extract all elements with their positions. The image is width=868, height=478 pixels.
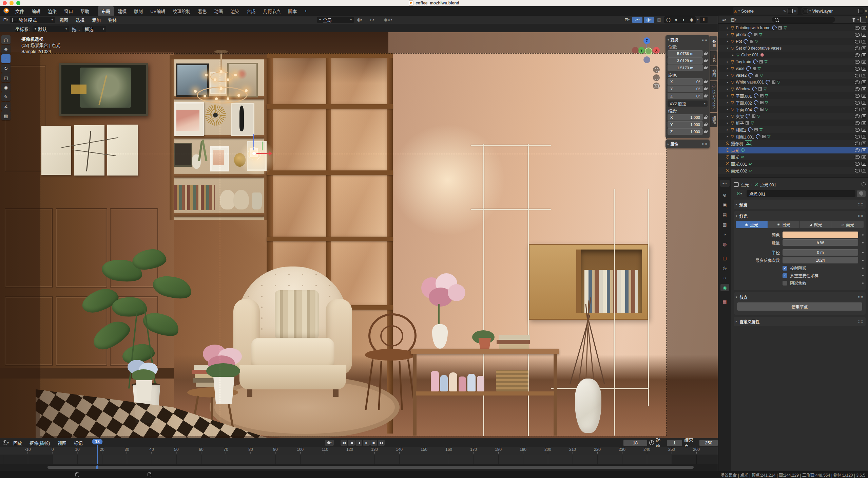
hide-in-viewport-toggle[interactable]: [855, 148, 860, 152]
gizmo-neg-x-handle[interactable]: [632, 47, 639, 54]
lock-icon[interactable]: [704, 80, 708, 83]
n-panel-tab[interactable]: 工具: [710, 51, 717, 66]
disable-in-render-toggle[interactable]: [862, 80, 866, 84]
viewport-menu-item[interactable]: 选择: [72, 17, 88, 23]
coord-system-selector[interactable]: ⌖ 默认▾: [33, 26, 69, 32]
tool-button-select-box[interactable]: ▢: [1, 35, 11, 44]
outliner-row-Toy train[interactable]: ▸ Toy train: [718, 58, 868, 65]
expand-arrow[interactable]: ▸: [726, 135, 729, 138]
view-layer-selector[interactable]: ▾ ViewLayer ✕: [802, 7, 868, 15]
outliner-row-Set of 3 decorative vases[interactable]: ▾ Set of 3 decorative vases: [718, 45, 868, 52]
fake-user-toggle[interactable]: [857, 190, 866, 197]
shading-mode-button-solid[interactable]: ●: [672, 17, 680, 23]
shading-mode-button-rendered[interactable]: ◉: [688, 17, 695, 23]
nodes-panel-header[interactable]: ▾节点∷∷: [736, 294, 864, 300]
lock-icon[interactable]: [704, 87, 708, 90]
tool-button-measure[interactable]: ∡: [1, 102, 11, 111]
expand-arrow[interactable]: ▸: [726, 128, 729, 131]
pause-render-button[interactable]: ‖: [700, 17, 708, 23]
expand-arrow[interactable]: ▸: [731, 53, 735, 57]
rotation-field[interactable]: Z0°: [668, 93, 703, 99]
disable-in-render-toggle[interactable]: [862, 40, 866, 43]
editor-type-selector[interactable]: ⊡▾: [2, 17, 9, 23]
expand-arrow[interactable]: ▾: [726, 47, 729, 50]
light-type-button[interactable]: ☀日光: [768, 221, 800, 228]
hide-in-viewport-toggle[interactable]: [855, 33, 860, 37]
disable-in-render-toggle[interactable]: [862, 60, 866, 64]
n-panel-tab[interactable]: 条目: [710, 36, 717, 51]
workspace-tab[interactable]: 脚本: [284, 6, 301, 16]
outliner-row-面光.001[interactable]: 面光.001: [718, 160, 868, 167]
location-field[interactable]: 5.0736 m: [668, 50, 703, 57]
checkbox[interactable]: ✓: [783, 266, 787, 271]
rotation-field[interactable]: X0°: [668, 78, 703, 85]
outliner-row-Window[interactable]: ▸ Window: [718, 86, 868, 92]
properties-tab-output[interactable]: ▤: [720, 211, 729, 218]
gizmo-y-axis[interactable]: [262, 142, 263, 150]
outliner-row-photo[interactable]: ▸ photo: [718, 31, 868, 38]
outliner-row-支架[interactable]: ▸ 支架: [718, 113, 868, 120]
pin-icon[interactable]: ✎: [783, 9, 786, 13]
new-scene-button[interactable]: [788, 9, 793, 13]
chandelier[interactable]: [194, 50, 248, 111]
disable-in-render-toggle[interactable]: [862, 155, 866, 159]
armchair[interactable]: [233, 266, 352, 399]
point-light-object[interactable]: [237, 134, 285, 178]
scale-field[interactable]: Y1.000: [668, 121, 703, 128]
properties-tab-view-layer[interactable]: ▥: [720, 221, 729, 228]
max-bounces-field[interactable]: 1024: [783, 257, 858, 263]
timeline-menu-item[interactable]: 标记: [70, 440, 86, 446]
playback-button-prev-keyframe[interactable]: ◀▮: [348, 440, 355, 446]
workspace-tab[interactable]: 渲染: [227, 6, 243, 16]
location-field[interactable]: 3.0129 m: [668, 57, 703, 64]
outliner-row-相框1[interactable]: ▸ 相框1: [718, 126, 868, 133]
hide-in-viewport-toggle[interactable]: [855, 94, 860, 98]
new-view-layer-button[interactable]: [858, 9, 863, 13]
properties-tab-scene[interactable]: ◔: [720, 231, 729, 238]
properties-tab-tool[interactable]: ⊛: [720, 191, 729, 199]
workspace-tab[interactable]: 布局: [98, 6, 114, 16]
hide-in-viewport-toggle[interactable]: [855, 169, 860, 172]
new-collection-button[interactable]: [860, 17, 866, 22]
hide-in-viewport-toggle[interactable]: [855, 47, 860, 50]
topbar-menu-item[interactable]: 窗口: [60, 6, 77, 16]
hide-in-viewport-toggle[interactable]: [855, 67, 860, 71]
playhead-line[interactable]: [97, 445, 98, 464]
timeline-menu-item[interactable]: 回放: [9, 440, 26, 446]
light-type-button[interactable]: ◢聚光: [800, 221, 832, 228]
shading-mode-button-wireframe[interactable]: ◯: [664, 17, 672, 23]
zoom-button[interactable]: [653, 66, 660, 73]
outliner-editor-type[interactable]: ≡▾: [720, 17, 728, 23]
transform-panel-header[interactable]: ▾ 变换 ∷∷: [668, 37, 708, 43]
unlink-scene-icon[interactable]: ✕: [794, 9, 797, 13]
outliner-search-input[interactable]: [772, 17, 835, 23]
disable-in-render-toggle[interactable]: [862, 74, 866, 77]
playback-button-play-reverse[interactable]: ◀: [355, 440, 362, 446]
properties-tab-constraints[interactable]: ◎: [720, 264, 729, 272]
playback-button-jump-start[interactable]: ▮◀: [341, 440, 347, 446]
topbar-menu-item[interactable]: 文件: [12, 6, 28, 16]
pin-id-icon[interactable]: [861, 182, 867, 187]
disable-in-render-toggle[interactable]: [862, 108, 866, 111]
item-properties-panel[interactable]: ▸ 属性 ∷∷: [666, 140, 710, 148]
location-field[interactable]: 1.5173 m: [668, 65, 703, 71]
disable-in-render-toggle[interactable]: [862, 33, 866, 37]
expand-arrow[interactable]: ▸: [726, 80, 729, 84]
use-preview-range-toggle[interactable]: [649, 440, 654, 445]
lock-icon[interactable]: [704, 52, 708, 55]
scale-field[interactable]: X1.000: [668, 114, 703, 121]
tool-button-transform[interactable]: ◉: [1, 83, 11, 92]
frame-start-field[interactable]: 1: [667, 440, 682, 446]
scale-field[interactable]: Z1.000: [668, 128, 703, 135]
expand-arrow[interactable]: ▸: [726, 67, 729, 70]
hide-in-viewport-toggle[interactable]: [855, 53, 860, 57]
topbar-menu-item[interactable]: 编辑: [28, 6, 44, 16]
disable-in-render-toggle[interactable]: [862, 26, 866, 30]
lock-icon[interactable]: [704, 123, 708, 126]
properties-tab-object-data[interactable]: ◉: [720, 284, 729, 291]
playback-button-next-keyframe[interactable]: ▮▶: [370, 440, 377, 446]
hide-in-viewport-toggle[interactable]: [855, 128, 860, 132]
expand-arrow[interactable]: ▸: [726, 121, 729, 125]
timeline-tracks[interactable]: [0, 455, 718, 464]
disable-in-render-toggle[interactable]: [862, 114, 866, 118]
